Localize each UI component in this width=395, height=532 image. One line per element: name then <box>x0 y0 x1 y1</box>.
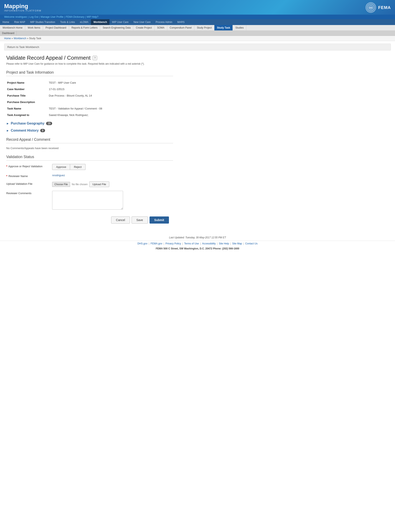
field-label-purchase-title: Purchase Title <box>6 92 48 99</box>
upload-file-controls: Choose File No file chosen Upload File <box>52 181 173 187</box>
action-row: Cancel Save Submit <box>6 216 173 224</box>
approve-reject-row: * Approve or Reject Validation Approve R… <box>6 164 173 170</box>
comment-history-title: Comment History <box>11 129 38 132</box>
welcome-text: Welcome nrodriguez <box>4 16 27 18</box>
nav-soma[interactable]: SOMA <box>154 25 167 30</box>
footer-contact-link[interactable]: Contact Us <box>245 242 258 245</box>
logo-subtitle: INFORMATION PLATFORM <box>4 9 41 12</box>
project-info-table: Project Name TEST - MIP User Care Case N… <box>6 79 173 118</box>
cancel-button[interactable]: Cancel <box>111 216 130 224</box>
approve-reject-label: * Approve or Reject Validation <box>6 164 52 168</box>
user-bar: Welcome nrodriguez | Log Out | Manage Us… <box>0 15 395 19</box>
nav-process-admin[interactable]: Process Admin <box>153 19 175 25</box>
nav-home[interactable]: Home <box>0 19 12 25</box>
field-label-purchase-description: Purchase Description <box>6 99 48 105</box>
primary-nav: Home Risk MAP MIP Studies Transition Too… <box>0 19 395 25</box>
footer-updated: Last Updated: Tuesday, 30-May-2017 12:55… <box>0 232 395 241</box>
footer-site-map-link[interactable]: Site Map <box>232 242 242 245</box>
required-star: * <box>6 165 7 168</box>
footer-privacy-link[interactable]: Privacy Policy <box>165 242 181 245</box>
file-status: No file chosen <box>72 183 88 186</box>
tertiary-nav: Dashboard <box>0 31 395 36</box>
field-value-purchase-title: Due Process - Blount County, AL 14 <box>48 92 173 99</box>
footer-terms-link[interactable]: Terms of Use <box>184 242 199 245</box>
page-title: Validate Record Appeal / Comment <box>6 55 91 61</box>
breadcrumb: Home » Workbench » Study Task <box>0 36 395 41</box>
field-value-task-assigned: Saeed Khawaja; Nick Rodriguez; <box>48 112 173 118</box>
field-label-task-assigned: Task Assigned to <box>6 112 48 118</box>
approve-reject-controls: Approve Reject <box>52 164 173 170</box>
svg-text:DHS: DHS <box>369 7 373 9</box>
page-title-area: Validate Record Appeal / Comment ? <box>6 55 173 61</box>
field-label-task-name: Task Name <box>6 105 48 112</box>
reviewer-name-row: * Reviewer Name nrodriguez <box>6 174 173 178</box>
reviewer-comments-value <box>52 191 173 210</box>
nav-workbench[interactable]: Workbench <box>91 19 110 25</box>
field-value-case-number: 17-01-1051S <box>48 86 173 92</box>
help-icon[interactable]: ? <box>93 56 97 60</box>
table-row: Case Number 17-01-1051S <box>6 86 173 92</box>
nav-create-project[interactable]: Create Project <box>133 25 154 30</box>
footer-accessibility-link[interactable]: Accessibility <box>202 242 216 245</box>
nav-search-engineering[interactable]: Search Engineering Data <box>100 25 133 30</box>
choose-file-button[interactable]: Choose File <box>52 182 70 187</box>
secondary-nav: Workbench Home Work Items Project Dashbo… <box>0 25 395 31</box>
submit-button[interactable]: Submit <box>149 216 169 224</box>
nav-mars[interactable]: MARS <box>175 19 187 25</box>
nav-compendium[interactable]: Compendium Panel <box>167 25 194 30</box>
nav-mip-user-care[interactable]: MIP User Care <box>110 19 131 25</box>
upload-file-button[interactable]: Upload File <box>89 181 109 187</box>
comment-history-header[interactable]: ► Comment History 0 <box>6 129 173 132</box>
nav-workbench-home[interactable]: Workbench Home <box>0 25 25 30</box>
approve-button[interactable]: Approve <box>52 164 70 170</box>
nav-eloma[interactable]: eLOMA <box>77 19 91 25</box>
nav-risk-map[interactable]: Risk MAP <box>12 19 28 25</box>
record-section-title: Record Appeal / Comment <box>6 137 173 143</box>
footer-fema-link[interactable]: FEMA.gov <box>151 242 162 245</box>
footer-dhs-link[interactable]: DHS.gov <box>137 242 148 245</box>
breadcrumb-home[interactable]: Home <box>4 37 11 40</box>
table-row: Purchase Title Due Process - Blount Coun… <box>6 92 173 99</box>
field-label-case-number: Case Number <box>6 86 48 92</box>
return-to-workbench-link[interactable]: Return to Task Workbench <box>7 45 39 49</box>
field-label-project-name: Project Name <box>6 79 48 86</box>
nav-mip-studies[interactable]: MIP Studies Transition <box>28 19 58 25</box>
field-value-project-name: TEST - MIP User Care <box>48 79 173 86</box>
footer-site-help-link[interactable]: Site Help <box>219 242 229 245</box>
save-button[interactable]: Save <box>132 216 148 224</box>
reviewer-name-value: nrodriguez <box>52 174 173 177</box>
purchase-geography-badge: 15 <box>46 122 52 125</box>
mip-help-link[interactable]: MIP Help? <box>87 16 99 18</box>
upload-file-label: Upload Validation File <box>6 181 52 185</box>
breadcrumb-workbench[interactable]: Workbench <box>14 37 26 40</box>
table-row: Task Assigned to Saeed Khawaja; Nick Rod… <box>6 112 173 118</box>
field-value-purchase-description <box>48 99 173 105</box>
page-subtitle: Please refer to MIP User Care for guidan… <box>6 62 173 65</box>
purchase-geography-header[interactable]: ► Purchase Geography 15 <box>6 121 173 125</box>
nav-studies[interactable]: Studies <box>233 25 246 30</box>
upload-file-row: Upload Validation File Choose File No fi… <box>6 181 173 187</box>
table-row: Project Name TEST - MIP User Care <box>6 79 173 86</box>
nav-new-user-care[interactable]: New User Care <box>131 19 153 25</box>
nav-work-items[interactable]: Work Items <box>25 25 43 30</box>
logout-link[interactable]: Log Out <box>29 16 38 18</box>
nav-dashboard[interactable]: Dashboard <box>0 31 17 36</box>
fema-dictionary-link[interactable]: FEMA Dictionary <box>66 16 84 18</box>
required-star-2: * <box>6 175 7 178</box>
nav-reports[interactable]: Reports & Form Letters <box>69 25 100 30</box>
reviewer-comments-label: Reviewer Comments <box>6 191 52 195</box>
fema-label: FEMA <box>378 5 391 10</box>
reject-button[interactable]: Reject <box>70 164 86 170</box>
manage-profile-link[interactable]: Manage User Profile <box>41 16 63 18</box>
nav-study-project[interactable]: Study Project <box>194 25 214 30</box>
no-items-text: No Comments/Appeals have been received <box>6 147 173 150</box>
header: Mapping INFORMATION PLATFORM DHS FEMA <box>0 0 395 15</box>
logo-title: Mapping <box>4 3 41 10</box>
reviewer-comments-row: Reviewer Comments <box>6 191 173 210</box>
reviewer-comments-textarea[interactable] <box>52 191 123 210</box>
nav-study-task[interactable]: Study Task <box>214 25 233 30</box>
nav-tools[interactable]: Tools & Links <box>58 19 77 25</box>
purchase-geography-title: Purchase Geography <box>11 121 44 125</box>
main-content: Validate Record Appeal / Comment ? Pleas… <box>0 50 179 232</box>
nav-project-dashboard[interactable]: Project Dashboard <box>43 25 69 30</box>
